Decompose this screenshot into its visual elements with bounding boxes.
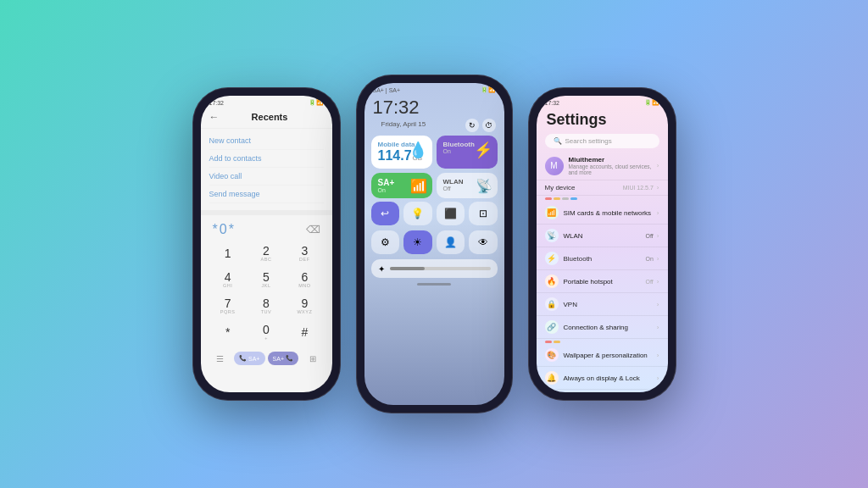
brightness-icon: ✦ [378, 264, 385, 274]
cc-bt-icon: ⚡ [474, 141, 492, 159]
hotspot-value: Off [646, 279, 654, 285]
cc-small-row2: ⚙ ☀ 👤 👁 [364, 229, 504, 256]
account-info: Miuithemer Manage accounts, cloud servic… [569, 156, 652, 175]
dial-key-2[interactable]: 2ABC [248, 241, 285, 266]
device-chevron: › [657, 184, 659, 191]
setting-sim[interactable]: 📶 SIM cards & mobile networks › [537, 202, 668, 225]
wlan-value: Off [646, 233, 654, 239]
cc-status-bar: SA+ | SA+ 🔋📶 [364, 83, 504, 95]
connection-chevron: › [657, 324, 659, 331]
sim-label: SIM cards & mobile networks [564, 209, 657, 217]
setting-vpn[interactable]: 🔒 VPN › [537, 293, 668, 316]
hotspot-icon: 🔥 [545, 274, 559, 288]
settings-list-2: 🎨 Wallpaper & personalization › 🔔 Always… [537, 344, 668, 390]
call-btn-2[interactable]: SA+ 📞 [268, 352, 299, 365]
phone-control-center: SA+ | SA+ 🔋📶 17:32 Friday, April 15 ↻ ⏱ … [356, 75, 513, 413]
cc-tile-signal[interactable]: SA+ On 📶 [371, 173, 432, 198]
cc-data-icon: 💧 [409, 141, 427, 159]
status-icons-1: 🔋📶 [309, 99, 324, 106]
vpn-icon: 🔒 [545, 297, 559, 311]
wallpaper-icon: 🎨 [545, 348, 559, 362]
dial-key-7[interactable]: 7PQRS [209, 293, 247, 319]
dial-number: *0* [213, 222, 236, 237]
cc-tile-wlan[interactable]: WLAN Off 📡 [437, 173, 498, 198]
bluetooth-value: On [645, 256, 653, 262]
cc-small-settings[interactable]: ⚙ [371, 230, 400, 254]
dial-key-0[interactable]: 0+ [248, 319, 285, 345]
cc-time: 17:32 [364, 95, 504, 119]
back-button[interactable]: ← [209, 111, 220, 123]
hotspot-label: Portable hotspot [564, 278, 646, 286]
cc-carrier: SA+ | SA+ [373, 87, 401, 93]
keypad-icon[interactable]: ⊞ [302, 354, 323, 363]
dial-key-1[interactable]: 1 [209, 241, 247, 266]
video-call-action[interactable]: Video call [209, 168, 324, 186]
add-to-contacts-action[interactable]: Add to contacts [209, 150, 324, 168]
brightness-fill [390, 267, 426, 270]
wallpaper-chevron: › [657, 352, 659, 359]
dialer-bottom-bar: ☰ 📞 SA+ SA+ 📞 ⊞ [201, 347, 332, 370]
dial-key-hash[interactable]: # [286, 319, 323, 345]
settings-status-icons: 🔋📶 [644, 99, 659, 106]
dial-key-5[interactable]: 5JKL [248, 267, 285, 292]
divider [201, 210, 332, 215]
setting-aod[interactable]: 🔔 Always on display & Lock › [537, 367, 668, 390]
new-contact-action[interactable]: New contact [209, 132, 324, 150]
call-btn-1[interactable]: 📞 SA+ [234, 352, 265, 365]
cc-small-person[interactable]: 👤 [437, 230, 465, 254]
cc-home-bar[interactable] [417, 283, 451, 286]
cc-small-eye[interactable]: 👁 [469, 230, 498, 254]
cc-main-tiles: Mobile data 114.7 GB 💧 Bluetooth On ⚡ SA… [364, 136, 504, 198]
cc-timer-icon[interactable]: ⏱ [482, 119, 496, 132]
vpn-chevron: › [657, 301, 659, 308]
wlan-chevron: › [657, 232, 659, 240]
setting-wlan[interactable]: 📡 WLAN Off › [537, 225, 668, 247]
dial-key-star[interactable]: * [209, 319, 247, 345]
cc-brightness-control[interactable]: ✦ [371, 259, 498, 278]
setting-bluetooth[interactable]: ⚡ Bluetooth On › [537, 247, 668, 270]
cc-refresh-icon[interactable]: ↻ [465, 119, 479, 132]
cc-wlan-icon: 📡 [476, 178, 492, 194]
dial-display: *0* ⌫ [201, 219, 332, 241]
wallpaper-label: Wallpaper & personalization [564, 352, 657, 359]
cc-date: Friday, April 15 [373, 120, 435, 131]
cc-small-row1: ↩ 💡 ⬛ ⊡ [364, 198, 504, 229]
bluetooth-label: Bluetooth [564, 255, 646, 263]
settings-list: 📶 SIM cards & mobile networks › 📡 WLAN O… [537, 202, 668, 339]
status-bar-1: 17:32 🔋📶 [201, 96, 332, 108]
settings-search[interactable]: 🔍 Search settings [545, 134, 659, 148]
dial-key-9[interactable]: 9WXYZ [286, 293, 323, 319]
cc-small-crop[interactable]: ⊡ [469, 202, 498, 225]
account-row[interactable]: M Miuithemer Manage accounts, cloud serv… [537, 152, 668, 180]
wlan-label: WLAN [564, 232, 646, 240]
setting-hotspot[interactable]: 🔥 Portable hotspot Off › [537, 270, 668, 293]
cc-small-light[interactable]: 💡 [403, 202, 432, 225]
status-time-1: 17:32 [209, 100, 225, 106]
contact-actions: New contact Add to contacts Video call S… [201, 129, 332, 207]
backspace-button[interactable]: ⌫ [306, 224, 320, 236]
send-message-action[interactable]: Send message [209, 186, 324, 203]
dial-key-4[interactable]: 4GHI [209, 267, 247, 292]
search-placeholder: Search settings [565, 137, 612, 145]
aod-chevron: › [657, 374, 659, 382]
dial-key-3[interactable]: 3DEF [286, 241, 323, 266]
my-device-row[interactable]: My device MIUI 12.5.7 › [537, 180, 668, 196]
vpn-label: VPN [564, 301, 657, 308]
dial-key-6[interactable]: 6MNO [286, 267, 323, 292]
aod-icon: 🔔 [545, 371, 559, 385]
dial-key-8[interactable]: 8TUV [248, 293, 285, 319]
cc-small-square[interactable]: ⬛ [437, 202, 465, 225]
menu-icon[interactable]: ☰ [209, 354, 231, 363]
cc-tile-bluetooth[interactable]: Bluetooth On ⚡ [437, 136, 498, 169]
dot-yellow [554, 197, 560, 200]
connection-label: Connection & sharing [564, 324, 657, 331]
setting-wallpaper[interactable]: 🎨 Wallpaper & personalization › [537, 344, 668, 367]
setting-connection[interactable]: 🔗 Connection & sharing › [537, 316, 668, 339]
cc-small-brightness[interactable]: ☀ [403, 230, 432, 254]
hotspot-chevron: › [657, 278, 659, 286]
dot2-red [545, 341, 552, 343]
cc-small-rotate[interactable]: ↩ [371, 202, 400, 225]
dot2-yellow [554, 341, 560, 343]
cc-tile-data[interactable]: Mobile data 114.7 GB 💧 [371, 136, 432, 169]
wlan-icon: 📡 [545, 229, 559, 242]
